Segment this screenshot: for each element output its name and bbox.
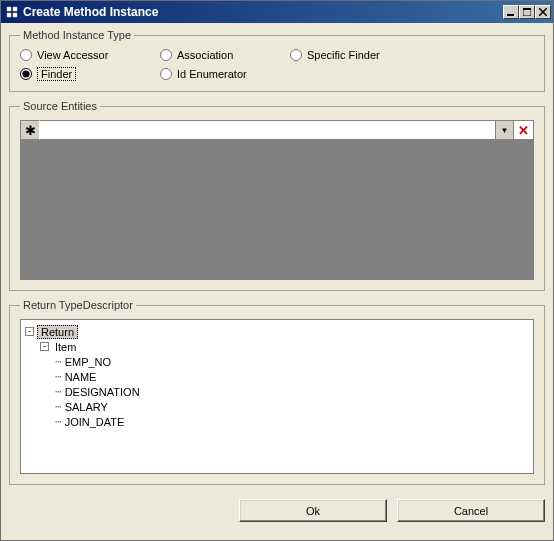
radio-view-accessor[interactable]: View Accessor (20, 49, 160, 61)
radio-association-label: Association (177, 49, 233, 61)
tree-branch-icon: ⋯ (55, 385, 62, 398)
tree-branch-icon: ⋯ (55, 370, 62, 383)
tree-node-field[interactable]: DESIGNATION (62, 386, 143, 398)
dialog-buttons: Ok Cancel (9, 493, 545, 522)
window-title: Create Method Instance (23, 5, 503, 19)
tree-node-field[interactable]: EMP_NO (62, 356, 114, 368)
minimize-button[interactable] (503, 5, 519, 19)
source-entity-dropdown[interactable]: ▼ (495, 121, 513, 139)
maximize-button[interactable] (519, 5, 535, 19)
tree-node-field[interactable]: SALARY (62, 401, 111, 413)
title-bar: Create Method Instance (1, 1, 553, 23)
radio-id-enumerator-label: Id Enumerator (177, 68, 247, 80)
app-icon (5, 5, 19, 19)
ok-button[interactable]: Ok (239, 499, 387, 522)
return-type-descriptor-group: Return TypeDescriptor - Return - Item ⋯ … (9, 299, 545, 485)
tree-branch-icon: ⋯ (55, 355, 62, 368)
close-button[interactable] (535, 5, 551, 19)
source-entities-legend: Source Entities (20, 100, 100, 112)
radio-association[interactable]: Association (160, 49, 290, 61)
return-type-descriptor-legend: Return TypeDescriptor (20, 299, 136, 311)
svg-rect-0 (507, 14, 514, 16)
tree-expander-icon[interactable]: - (40, 342, 49, 351)
radio-id-enumerator[interactable]: Id Enumerator (160, 67, 290, 81)
radio-specific-finder-input[interactable] (290, 49, 302, 61)
method-instance-type-legend: Method Instance Type (20, 29, 134, 41)
tree-branch-icon: ⋯ (55, 400, 62, 413)
radio-id-enumerator-input[interactable] (160, 68, 172, 80)
radio-finder-label: Finder (37, 67, 76, 81)
tree-node-item[interactable]: Item (52, 341, 79, 353)
tree-node-field[interactable]: JOIN_DATE (62, 416, 128, 428)
radio-finder-input[interactable] (20, 68, 32, 80)
source-entities-group: Source Entities ✱ ▼ ✕ (9, 100, 545, 291)
radio-view-accessor-label: View Accessor (37, 49, 108, 61)
tree-node-return[interactable]: Return (37, 325, 78, 339)
return-type-tree[interactable]: - Return - Item ⋯ EMP_NO ⋯ NAME ⋯ DE (20, 319, 534, 474)
source-entities-grid[interactable] (20, 140, 534, 280)
radio-finder[interactable]: Finder (20, 67, 160, 81)
tree-node-field[interactable]: NAME (62, 371, 100, 383)
delete-row-button[interactable]: ✕ (514, 120, 534, 140)
radio-association-input[interactable] (160, 49, 172, 61)
cancel-button[interactable]: Cancel (397, 499, 545, 522)
method-instance-type-group: Method Instance Type View Accessor Assoc… (9, 29, 545, 92)
radio-view-accessor-input[interactable] (20, 49, 32, 61)
radio-specific-finder-label: Specific Finder (307, 49, 380, 61)
svg-rect-2 (523, 8, 531, 10)
tree-expander-icon[interactable]: - (25, 327, 34, 336)
radio-specific-finder[interactable]: Specific Finder (290, 49, 430, 61)
new-row-marker: ✱ (20, 120, 40, 140)
source-entity-input[interactable] (40, 121, 495, 139)
tree-branch-icon: ⋯ (55, 415, 62, 428)
